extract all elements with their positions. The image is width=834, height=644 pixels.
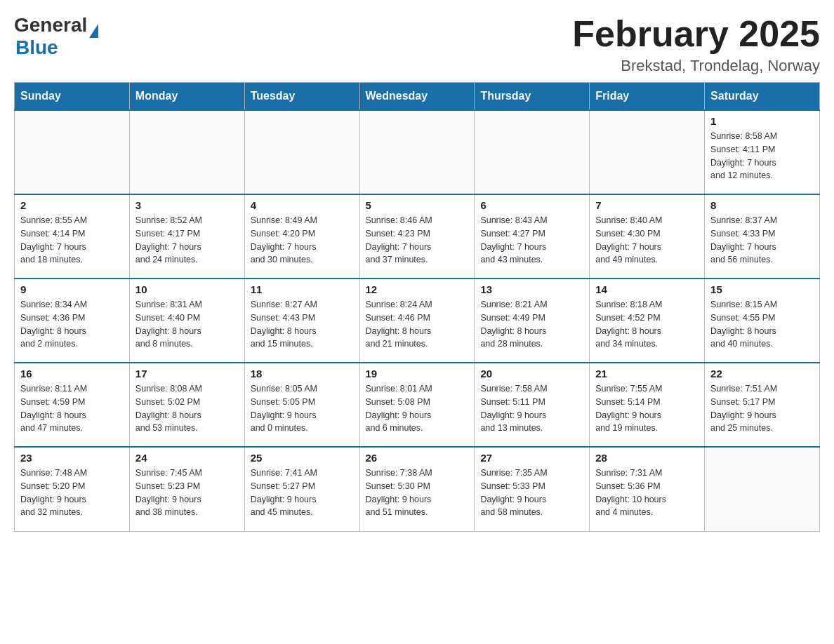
header-sunday: Sunday — [15, 83, 130, 111]
day-info: Sunrise: 8:15 AM Sunset: 4:55 PM Dayligh… — [710, 298, 814, 351]
day-info: Sunrise: 7:58 AM Sunset: 5:11 PM Dayligh… — [480, 382, 583, 435]
table-cell: 9Sunrise: 8:34 AM Sunset: 4:36 PM Daylig… — [15, 279, 130, 363]
day-number: 6 — [480, 199, 583, 211]
day-info: Sunrise: 7:41 AM Sunset: 5:27 PM Dayligh… — [251, 467, 354, 519]
day-info: Sunrise: 8:31 AM Sunset: 4:40 PM Dayligh… — [135, 298, 239, 351]
table-cell — [475, 110, 590, 194]
table-cell: 8Sunrise: 8:37 AM Sunset: 4:33 PM Daylig… — [705, 194, 820, 279]
week-row-4: 16Sunrise: 8:11 AM Sunset: 4:59 PM Dayli… — [15, 363, 820, 447]
header-thursday: Thursday — [475, 83, 590, 111]
day-info: Sunrise: 8:58 AM Sunset: 4:11 PM Dayligh… — [710, 130, 814, 182]
header-saturday: Saturday — [705, 83, 820, 111]
table-cell: 1Sunrise: 8:58 AM Sunset: 4:11 PM Daylig… — [705, 110, 820, 194]
header-tuesday: Tuesday — [244, 83, 359, 111]
week-row-3: 9Sunrise: 8:34 AM Sunset: 4:36 PM Daylig… — [15, 279, 820, 363]
table-cell: 4Sunrise: 8:49 AM Sunset: 4:20 PM Daylig… — [244, 194, 359, 279]
day-info: Sunrise: 8:08 AM Sunset: 5:02 PM Dayligh… — [135, 382, 239, 435]
day-number: 9 — [20, 283, 124, 295]
table-cell: 18Sunrise: 8:05 AM Sunset: 5:05 PM Dayli… — [244, 363, 359, 447]
table-cell: 16Sunrise: 8:11 AM Sunset: 4:59 PM Dayli… — [15, 363, 130, 447]
table-cell: 22Sunrise: 7:51 AM Sunset: 5:17 PM Dayli… — [705, 363, 820, 447]
logo-icon — [89, 24, 98, 38]
day-number: 21 — [595, 368, 699, 380]
day-info: Sunrise: 8:49 AM Sunset: 4:20 PM Dayligh… — [251, 214, 354, 267]
header-monday: Monday — [129, 83, 244, 111]
logo: General Blue — [14, 14, 98, 59]
day-info: Sunrise: 8:46 AM Sunset: 4:23 PM Dayligh… — [366, 214, 469, 267]
title-block: February 2025 Brekstad, Trondelag, Norwa… — [572, 14, 820, 75]
page-header: General Blue February 2025 Brekstad, Tro… — [14, 14, 820, 75]
day-number: 26 — [366, 452, 469, 464]
table-cell: 27Sunrise: 7:35 AM Sunset: 5:33 PM Dayli… — [475, 447, 590, 531]
table-cell — [359, 110, 475, 194]
day-info: Sunrise: 7:31 AM Sunset: 5:36 PM Dayligh… — [595, 467, 699, 519]
table-cell: 26Sunrise: 7:38 AM Sunset: 5:30 PM Dayli… — [359, 447, 475, 531]
header-wednesday: Wednesday — [359, 83, 475, 111]
weekday-header-row: Sunday Monday Tuesday Wednesday Thursday… — [15, 83, 820, 111]
day-number: 5 — [366, 199, 469, 211]
day-info: Sunrise: 8:18 AM Sunset: 4:52 PM Dayligh… — [595, 298, 699, 351]
table-cell: 12Sunrise: 8:24 AM Sunset: 4:46 PM Dayli… — [359, 279, 475, 363]
table-cell: 11Sunrise: 8:27 AM Sunset: 4:43 PM Dayli… — [244, 279, 359, 363]
day-info: Sunrise: 7:55 AM Sunset: 5:14 PM Dayligh… — [595, 382, 699, 435]
day-number: 24 — [135, 452, 239, 464]
day-number: 8 — [710, 199, 814, 211]
day-number: 10 — [135, 283, 239, 295]
header-friday: Friday — [590, 83, 705, 111]
day-number: 15 — [710, 283, 814, 295]
day-number: 17 — [135, 368, 239, 380]
table-cell: 13Sunrise: 8:21 AM Sunset: 4:49 PM Dayli… — [475, 279, 590, 363]
table-cell: 5Sunrise: 8:46 AM Sunset: 4:23 PM Daylig… — [359, 194, 475, 279]
table-cell — [129, 110, 244, 194]
logo-general-text: General Blue — [14, 14, 98, 59]
day-number: 22 — [710, 368, 814, 380]
day-info: Sunrise: 8:43 AM Sunset: 4:27 PM Dayligh… — [480, 214, 583, 267]
table-cell — [15, 110, 130, 194]
day-info: Sunrise: 8:52 AM Sunset: 4:17 PM Dayligh… — [135, 214, 239, 267]
day-number: 18 — [251, 368, 354, 380]
table-cell: 3Sunrise: 8:52 AM Sunset: 4:17 PM Daylig… — [129, 194, 244, 279]
table-cell: 10Sunrise: 8:31 AM Sunset: 4:40 PM Dayli… — [129, 279, 244, 363]
day-number: 14 — [595, 283, 699, 295]
table-cell — [590, 110, 705, 194]
day-info: Sunrise: 7:38 AM Sunset: 5:30 PM Dayligh… — [366, 467, 469, 519]
week-row-2: 2Sunrise: 8:55 AM Sunset: 4:14 PM Daylig… — [15, 194, 820, 279]
day-info: Sunrise: 8:01 AM Sunset: 5:08 PM Dayligh… — [366, 382, 469, 435]
day-info: Sunrise: 7:45 AM Sunset: 5:23 PM Dayligh… — [135, 467, 239, 519]
week-row-5: 23Sunrise: 7:48 AM Sunset: 5:20 PM Dayli… — [15, 447, 820, 531]
day-info: Sunrise: 8:05 AM Sunset: 5:05 PM Dayligh… — [251, 382, 354, 435]
day-number: 3 — [135, 199, 239, 211]
table-cell: 7Sunrise: 8:40 AM Sunset: 4:30 PM Daylig… — [590, 194, 705, 279]
day-number: 4 — [251, 199, 354, 211]
day-info: Sunrise: 8:34 AM Sunset: 4:36 PM Dayligh… — [20, 298, 124, 351]
day-number: 27 — [480, 452, 583, 464]
day-number: 2 — [20, 199, 124, 211]
day-info: Sunrise: 8:55 AM Sunset: 4:14 PM Dayligh… — [20, 214, 124, 267]
table-cell: 24Sunrise: 7:45 AM Sunset: 5:23 PM Dayli… — [129, 447, 244, 531]
table-cell: 28Sunrise: 7:31 AM Sunset: 5:36 PM Dayli… — [590, 447, 705, 531]
day-info: Sunrise: 7:35 AM Sunset: 5:33 PM Dayligh… — [480, 467, 583, 519]
day-number: 20 — [480, 368, 583, 380]
table-cell: 17Sunrise: 8:08 AM Sunset: 5:02 PM Dayli… — [129, 363, 244, 447]
table-cell — [705, 447, 820, 531]
day-number: 7 — [595, 199, 699, 211]
month-title: February 2025 — [572, 14, 820, 54]
table-cell: 14Sunrise: 8:18 AM Sunset: 4:52 PM Dayli… — [590, 279, 705, 363]
day-info: Sunrise: 8:37 AM Sunset: 4:33 PM Dayligh… — [710, 214, 814, 267]
week-row-1: 1Sunrise: 8:58 AM Sunset: 4:11 PM Daylig… — [15, 110, 820, 194]
table-cell: 19Sunrise: 8:01 AM Sunset: 5:08 PM Dayli… — [359, 363, 475, 447]
table-cell — [244, 110, 359, 194]
table-cell: 20Sunrise: 7:58 AM Sunset: 5:11 PM Dayli… — [475, 363, 590, 447]
day-number: 12 — [366, 283, 469, 295]
calendar-table: Sunday Monday Tuesday Wednesday Thursday… — [14, 82, 820, 532]
day-info: Sunrise: 8:11 AM Sunset: 4:59 PM Dayligh… — [20, 382, 124, 435]
logo-text-general: General — [14, 14, 87, 36]
day-info: Sunrise: 8:24 AM Sunset: 4:46 PM Dayligh… — [366, 298, 469, 351]
day-number: 16 — [20, 368, 124, 380]
day-number: 23 — [20, 452, 124, 464]
table-cell: 25Sunrise: 7:41 AM Sunset: 5:27 PM Dayli… — [244, 447, 359, 531]
day-number: 28 — [595, 452, 699, 464]
day-number: 1 — [710, 115, 814, 127]
table-cell: 15Sunrise: 8:15 AM Sunset: 4:55 PM Dayli… — [705, 279, 820, 363]
day-number: 13 — [480, 283, 583, 295]
